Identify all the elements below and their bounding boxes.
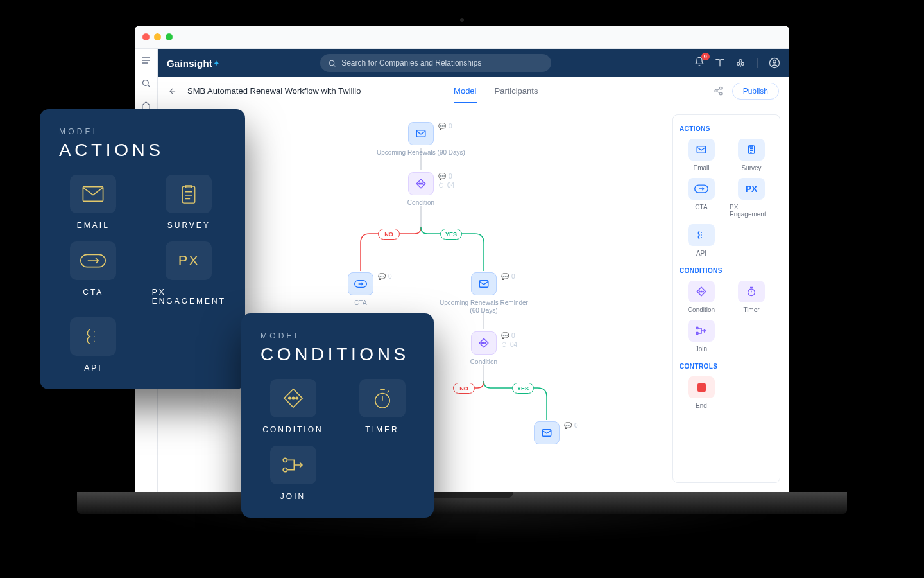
global-search[interactable]: Search for Companies and Relationships bbox=[320, 54, 551, 72]
overlay-item-email[interactable]: EMAIL bbox=[59, 175, 128, 230]
svg-point-17 bbox=[483, 342, 484, 344]
end-icon bbox=[697, 383, 706, 392]
palette-label: CTA bbox=[695, 204, 707, 211]
panel-title-conditions: CONDITIONS bbox=[680, 267, 773, 274]
flow-node-condition-2[interactable]: 💬 0⏱ 04 Condition bbox=[432, 331, 535, 366]
palette-condition[interactable]: Condition bbox=[680, 281, 723, 313]
palette-panel: ACTIONS Email Survey CTA PXPX Engagement… bbox=[672, 114, 780, 483]
svg-point-37 bbox=[283, 468, 287, 471]
branch-yes-pill-2: YES bbox=[512, 383, 534, 394]
branch-yes-pill: YES bbox=[440, 229, 462, 240]
palette-email[interactable]: Email bbox=[680, 139, 723, 171]
maximize-window-dot[interactable] bbox=[166, 33, 173, 40]
svg-point-33 bbox=[292, 397, 294, 399]
svg-point-3 bbox=[737, 62, 740, 65]
svg-point-36 bbox=[283, 458, 287, 462]
overlay-eyebrow: MODEL bbox=[59, 127, 226, 136]
palette-label: Join bbox=[696, 346, 707, 353]
browser-chrome bbox=[135, 26, 789, 49]
palette-label: Email bbox=[693, 164, 709, 171]
notification-badge: 9 bbox=[701, 53, 710, 60]
palette-label: Survey bbox=[741, 164, 761, 171]
flow-node-email-1[interactable]: 💬 0 Upcoming Renewals (90 Days) bbox=[370, 122, 472, 157]
svg-point-25 bbox=[703, 291, 704, 292]
overlay-title: ACTIONS bbox=[59, 140, 226, 161]
flow-node-condition-1[interactable]: 💬 0⏱ 04 Condition bbox=[370, 172, 472, 207]
svg-point-2 bbox=[739, 60, 742, 62]
menu-icon[interactable] bbox=[141, 55, 151, 66]
svg-point-6 bbox=[773, 60, 776, 64]
svg-point-27 bbox=[696, 327, 698, 329]
svg-point-7 bbox=[719, 87, 722, 89]
palette-end[interactable]: End bbox=[680, 376, 723, 409]
palette-label: Timer bbox=[743, 306, 759, 313]
svg-point-9 bbox=[719, 92, 722, 95]
svg-point-23 bbox=[699, 291, 701, 292]
overlay-item-api[interactable]: API bbox=[59, 317, 128, 372]
svg-point-1 bbox=[329, 60, 334, 66]
svg-rect-29 bbox=[83, 187, 103, 202]
palette-cta[interactable]: CTA bbox=[680, 178, 723, 218]
overlay-item-timer[interactable]: TIMER bbox=[350, 379, 415, 434]
palette-label: Condition bbox=[688, 306, 715, 313]
minimize-window-dot[interactable] bbox=[154, 33, 161, 40]
svg-point-24 bbox=[701, 291, 702, 292]
branch-no-pill-2: NO bbox=[453, 383, 475, 394]
svg-point-11 bbox=[419, 183, 420, 184]
flow-node-cta[interactable]: 💬 0 CTA bbox=[309, 272, 412, 307]
overlay-item-join[interactable]: JOIN bbox=[261, 446, 325, 501]
svg-point-28 bbox=[696, 332, 698, 334]
palette-px[interactable]: PXPX Engagement bbox=[730, 178, 773, 218]
close-window-dot[interactable] bbox=[142, 33, 150, 40]
palette-label: End bbox=[696, 402, 707, 409]
overlay-conditions-panel: MODEL CONDITIONS CONDITION TIMER JOIN bbox=[241, 313, 434, 518]
flow-node-email-3[interactable]: 💬 0 bbox=[495, 421, 598, 444]
svg-point-34 bbox=[295, 397, 297, 399]
overlay-title: CONDITIONS bbox=[261, 344, 415, 365]
back-arrow-icon[interactable] bbox=[168, 87, 177, 96]
overlay-eyebrow: MODEL bbox=[261, 331, 415, 340]
page-toolbar: SMB Automated Renewal Workflow with Twil… bbox=[158, 77, 789, 105]
svg-point-0 bbox=[143, 80, 149, 86]
tab-model[interactable]: Model bbox=[454, 86, 476, 103]
overlay-item-survey[interactable]: SURVEY bbox=[152, 175, 226, 230]
palette-join[interactable]: Join bbox=[680, 320, 723, 353]
branch-no-pill: NO bbox=[378, 229, 400, 240]
panel-title-controls: CONTROLS bbox=[680, 363, 773, 370]
avatar[interactable] bbox=[769, 57, 780, 69]
palette-label: API bbox=[696, 250, 706, 257]
club-icon[interactable] bbox=[735, 58, 746, 68]
brand-logo[interactable]: Gainsight✦ bbox=[167, 58, 219, 69]
palette-survey[interactable]: Survey bbox=[730, 139, 773, 171]
search-placeholder: Search for Companies and Relationships bbox=[341, 58, 481, 67]
app-header: Gainsight✦ Search for Companies and Rela… bbox=[158, 49, 789, 77]
palette-api[interactable]: API bbox=[680, 224, 723, 257]
svg-point-13 bbox=[422, 183, 424, 184]
svg-rect-30 bbox=[183, 186, 196, 203]
svg-point-18 bbox=[485, 342, 486, 344]
panel-title-actions: ACTIONS bbox=[680, 125, 773, 132]
search-icon bbox=[328, 59, 336, 67]
camera-dot bbox=[460, 18, 464, 22]
svg-point-12 bbox=[420, 183, 422, 184]
overlay-item-cta[interactable]: CTA bbox=[59, 241, 128, 306]
svg-point-16 bbox=[482, 342, 483, 344]
tab-participants[interactable]: Participants bbox=[495, 86, 538, 103]
publish-button[interactable]: Publish bbox=[732, 83, 779, 100]
palette-label: PX Engagement bbox=[730, 204, 773, 218]
overlay-actions-panel: MODEL ACTIONS EMAIL SURVEY CTA PX PX ENG… bbox=[40, 109, 245, 389]
svg-point-32 bbox=[288, 397, 290, 399]
window-traffic-lights[interactable] bbox=[142, 33, 173, 40]
flow-node-email-2[interactable]: 💬 0 Upcoming Renewals Reminder (60 Days) bbox=[432, 272, 535, 315]
svg-point-8 bbox=[715, 90, 717, 92]
share-icon[interactable] bbox=[714, 86, 723, 96]
svg-point-4 bbox=[741, 62, 744, 65]
notifications-button[interactable]: 9 bbox=[694, 57, 705, 69]
book-icon[interactable] bbox=[715, 58, 725, 68]
overlay-item-px[interactable]: PX PX ENGAGEMENT bbox=[152, 241, 226, 306]
page-title: SMB Automated Renewal Workflow with Twil… bbox=[187, 86, 361, 96]
palette-timer[interactable]: Timer bbox=[730, 281, 773, 313]
search-icon[interactable] bbox=[141, 78, 151, 88]
overlay-item-condition[interactable]: CONDITION bbox=[261, 379, 325, 434]
